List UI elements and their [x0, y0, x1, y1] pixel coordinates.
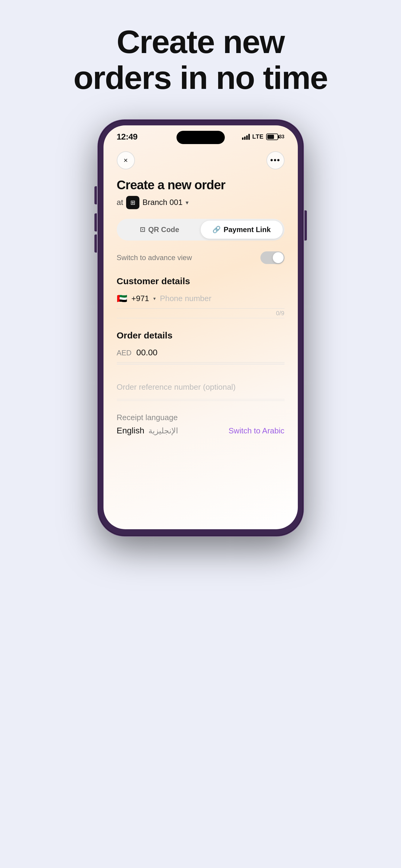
customer-details-section: Customer details 🇦🇪 +971 ▾ Phone number … [117, 276, 285, 318]
order-section-title: Order details [117, 330, 285, 341]
advance-view-toggle[interactable] [260, 251, 285, 264]
dynamic-island [176, 131, 225, 144]
receipt-language-label: Receipt language [117, 413, 285, 422]
battery-fill [267, 135, 274, 139]
tab-payment-link[interactable]: 🔗 Payment Link [201, 221, 283, 239]
current-language-ar: الإنجليزية [148, 426, 178, 435]
advance-view-row: Switch to advance view [117, 251, 285, 264]
receipt-language-row: English الإنجليزية Switch to Arabic [117, 426, 285, 435]
branch-icon [126, 196, 139, 209]
battery-body [266, 133, 278, 140]
headline-section: Create new orders in no time [55, 24, 345, 96]
country-dropdown-arrow[interactable]: ▾ [153, 296, 156, 301]
receipt-language-section: Receipt language English الإنجليزية Swit… [117, 413, 285, 435]
more-options-button[interactable]: ••• [266, 151, 285, 169]
country-code: +971 [132, 294, 149, 303]
current-language-en: English [117, 426, 145, 435]
battery-percent: 33 [279, 134, 285, 140]
currency-label: AED [117, 349, 132, 357]
order-details-section: Order details AED 00.00 Order reference … [117, 330, 285, 401]
phone-divider [117, 318, 285, 318]
status-icons: LTE 33 [242, 133, 285, 140]
link-icon: 🔗 [212, 226, 221, 234]
ref-divider [117, 401, 285, 401]
headline-text: Create new orders in no time [73, 24, 327, 96]
phone-screen: 12:49 LTE 33 [104, 125, 298, 529]
more-icon: ••• [270, 156, 280, 165]
advance-view-label: Switch to advance view [117, 253, 192, 262]
page-title: Create a new order [117, 178, 285, 192]
status-time: 12:49 [117, 132, 138, 142]
amount-divider [117, 364, 285, 364]
qr-code-icon: ⊡ [140, 226, 145, 234]
lte-indicator: LTE [252, 133, 264, 140]
close-icon: × [123, 156, 127, 164]
header-row: × ••• [117, 151, 285, 169]
phone-frame: 12:49 LTE 33 [98, 120, 303, 536]
app-content: × ••• Create a new order at Branch 001 ▾ [104, 144, 298, 463]
reference-input[interactable]: Order reference number (optional) [117, 382, 236, 392]
tab-payment-label: Payment Link [224, 225, 271, 234]
phone-mockup: 12:49 LTE 33 [98, 120, 303, 536]
flag-uae-icon: 🇦🇪 [117, 293, 127, 304]
battery-indicator: 33 [266, 133, 285, 140]
char-count: 0/9 [276, 310, 285, 317]
close-button[interactable]: × [117, 151, 135, 169]
signal-icon [242, 134, 250, 140]
reference-row: Order reference number (optional) [117, 375, 285, 399]
branch-name: Branch 001 [142, 198, 182, 207]
customer-section-title: Customer details [117, 276, 285, 286]
tab-qr-code[interactable]: ⊡ QR Code [119, 221, 201, 239]
branch-prefix: at [117, 198, 123, 207]
branch-selector[interactable]: at Branch 001 ▾ [117, 196, 285, 209]
phone-input-row: 🇦🇪 +971 ▾ Phone number [117, 293, 285, 309]
tab-switcher: ⊡ QR Code 🔗 Payment Link [117, 219, 285, 241]
amount-input[interactable]: 00.00 [136, 348, 157, 358]
status-bar: 12:49 LTE 33 [104, 125, 298, 144]
amount-row: AED 00.00 [117, 348, 285, 363]
phone-input[interactable]: Phone number [160, 294, 284, 303]
switch-to-arabic-button[interactable]: Switch to Arabic [229, 426, 285, 435]
chevron-down-icon: ▾ [185, 199, 189, 206]
language-display: English الإنجليزية [117, 426, 178, 435]
tab-qr-label: QR Code [148, 225, 179, 234]
